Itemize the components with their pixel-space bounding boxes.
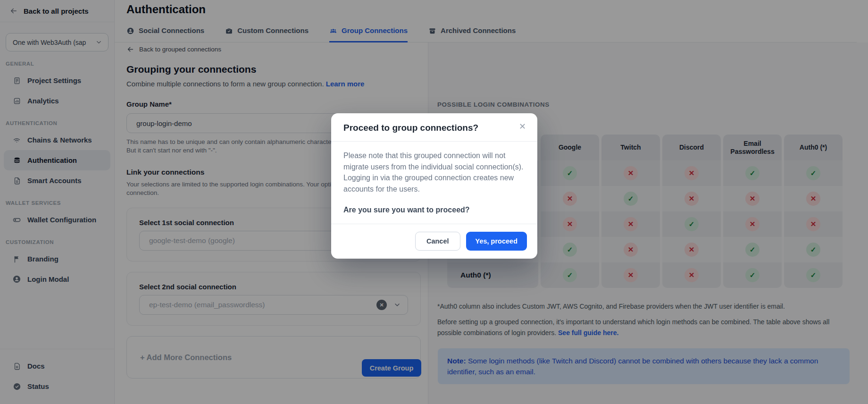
cancel-button[interactable]: Cancel [415, 232, 460, 251]
modal-header: Proceed to group connections? ✕ [331, 113, 537, 141]
modal-footer: Cancel Yes, proceed [331, 224, 537, 259]
proceed-modal: Proceed to group connections? ✕ Please n… [331, 113, 537, 259]
modal-message: Please note that this grouped connection… [343, 150, 525, 194]
modal-body: Please note that this grouped connection… [331, 142, 537, 224]
modal-title: Proceed to group connections? [343, 123, 525, 133]
close-icon[interactable]: ✕ [517, 120, 528, 133]
yes-proceed-button[interactable]: Yes, proceed [466, 232, 527, 251]
modal-confirm-question: Are you sure you want to proceed? [343, 206, 525, 214]
